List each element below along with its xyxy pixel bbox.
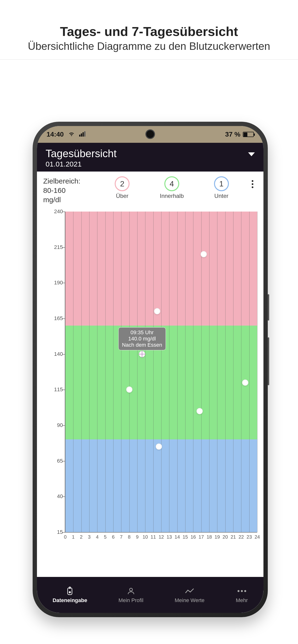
data-point[interactable] [197,408,203,414]
x-tick-label: 24 [255,534,260,540]
nav-data-entry-label: Dateneingabe [53,597,87,604]
app-header[interactable]: Tagesübersicht 01.01.2021 [37,143,263,172]
tooltip-tag: Nach dem Essen [122,342,162,348]
svg-rect-0 [79,135,80,136]
nav-more[interactable]: Mehr [236,586,248,604]
data-point[interactable] [154,308,160,314]
x-tick-label: 11 [151,534,156,540]
svg-point-9 [241,590,243,592]
gridline [185,212,186,532]
gridline [81,212,82,532]
nav-more-label: Mehr [236,597,248,604]
signal-icon [79,130,85,138]
gridline [97,212,97,532]
x-tick-label: 17 [199,534,204,540]
stat-under[interactable]: 1 Unter [198,176,245,199]
x-tick-label: 2 [80,534,83,540]
x-tick-label: 8 [128,534,130,540]
gridline [161,212,162,532]
phone-side-button [268,337,269,385]
svg-point-7 [129,588,132,591]
y-tick-label: 140 [46,351,63,357]
gridline [105,212,106,532]
crosshair-icon [138,350,146,358]
nav-profile[interactable]: Mein Profil [118,586,143,604]
target-range-label: Zielbereich: 80-160 mg/dl [43,176,96,204]
nav-data-entry[interactable]: Dateneingabe [53,586,87,604]
gridline [145,212,145,532]
stats-row: Zielbereich: 80-160 mg/dl 2 Über 4 Inner… [37,172,263,207]
gridline [89,212,89,532]
gridline [65,212,66,532]
phone-screen: 14:40 37 % Tagesübersicht 01.01.2021 [37,126,263,613]
phone-frame: 14:40 37 % Tagesübersicht 01.01.2021 [33,122,268,617]
clock: 14:40 [47,130,64,138]
profile-icon [126,586,136,596]
gridline [241,212,241,532]
x-tick-label: 5 [104,534,106,540]
bottom-nav: Dateneingabe Mein Profil Meine Werte Meh… [37,577,263,613]
gridline [217,212,217,532]
y-tick-label: 165 [46,315,63,322]
camera-hole [145,130,155,139]
stat-within-count: 4 [164,176,179,191]
y-tick-label: 240 [46,208,63,215]
x-tick-label: 20 [223,534,228,540]
x-tick-label: 21 [231,534,236,540]
chart-plot[interactable]: 0123456789101112131415161718192021222324… [65,212,257,532]
x-tick-label: 19 [215,534,220,540]
tooltip-value: 140.0 mg/dl [122,336,162,342]
nav-values[interactable]: Meine Werte [175,586,204,604]
data-point[interactable] [156,444,162,450]
screen-date: 01.01.2021 [46,160,117,168]
x-tick-label: 1 [72,534,75,540]
gridline [113,212,113,532]
data-point[interactable] [126,386,132,393]
stat-within[interactable]: 4 Innerhalb [148,176,195,199]
y-tick-label: 190 [46,280,63,286]
battery-percentage: 37 % [225,130,240,138]
gridline [249,212,249,532]
svg-rect-3 [84,131,85,136]
gridline [153,212,154,532]
gridline [73,212,73,532]
gridline [225,212,226,532]
x-tick-label: 13 [167,534,172,540]
dropdown-caret-icon[interactable] [248,152,255,156]
x-tick-label: 22 [238,534,244,540]
x-tick-label: 7 [120,534,123,540]
more-options-icon[interactable] [248,180,257,188]
x-tick-label: 10 [142,534,148,540]
battery-icon [243,132,254,137]
wifi-icon [68,130,75,138]
gridline [209,212,209,532]
x-tick-label: 0 [64,534,66,540]
gridline [233,212,233,532]
x-tick-label: 9 [136,534,138,540]
data-point[interactable] [201,251,207,257]
x-tick-label: 15 [183,534,188,540]
stat-within-label: Innerhalb [160,192,184,199]
svg-point-8 [238,590,239,592]
gridline [177,212,178,532]
x-tick-label: 16 [191,534,196,540]
y-tick-label: 15 [46,529,63,535]
gridline [121,212,121,532]
stat-over[interactable]: 2 Über [99,176,146,199]
stat-over-count: 2 [115,176,129,191]
promo-subtitle: Übersichtliche Diagramme zu den Blutzuck… [0,40,298,52]
promo-title: Tages- und 7-Tagesübersicht [0,24,298,39]
divider [0,60,298,60]
y-tick-label: 40 [46,493,63,500]
data-point[interactable] [242,380,248,386]
nav-profile-label: Mein Profil [118,597,143,604]
chart-area[interactable]: 0123456789101112131415161718192021222324… [43,207,257,542]
stat-under-count: 1 [214,176,229,191]
x-tick-label: 14 [175,534,180,540]
nav-values-label: Meine Werte [175,597,204,604]
tooltip-time: 09:35 Uhr [122,330,162,336]
more-icon [237,586,247,596]
x-tick-label: 4 [96,534,99,540]
data-entry-icon [65,586,75,596]
svg-rect-1 [81,134,82,136]
